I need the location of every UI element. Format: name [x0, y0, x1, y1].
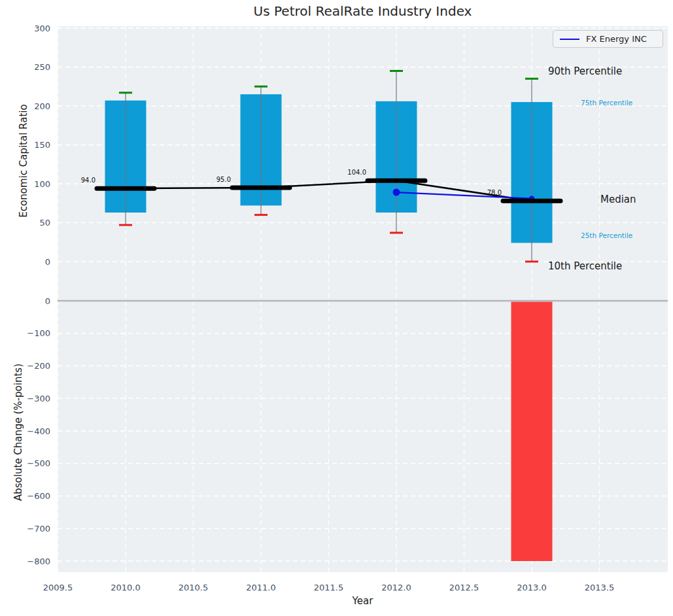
- bottom-y-tick-label: −500: [27, 458, 50, 468]
- top-y-tick-label: 50: [39, 218, 50, 228]
- bottom-y-tick-label: −200: [27, 361, 50, 371]
- x-tick-label: 2010.5: [179, 583, 209, 592]
- top-y-tick-label: 250: [34, 62, 50, 72]
- annotation-median: Median: [600, 194, 636, 205]
- annotation-25th-percentile: 25th Percentile: [581, 231, 632, 239]
- bottom-y-tick-label: −600: [27, 491, 50, 501]
- bottom-y-tick-label: −300: [27, 394, 50, 403]
- bottom-y-tick-label: −700: [27, 524, 50, 534]
- annotation-10th-percentile: 10th Percentile: [548, 260, 622, 272]
- bottom-y-axis-label: Absolute Change (%-points): [12, 334, 24, 530]
- x-tick-label: 2013.0: [517, 583, 547, 592]
- median-annotation-2013: 78.0: [487, 189, 502, 196]
- legend-label: FX Energy INC: [586, 34, 647, 44]
- bottom-y-tick-label: −800: [27, 556, 50, 566]
- x-tick-label: 2010.0: [111, 583, 141, 592]
- legend-line-sample: [560, 39, 579, 40]
- median-annotation-2012: 104.0: [347, 169, 366, 176]
- top-y-tick-label: 200: [34, 101, 50, 111]
- change-bar-2013: [511, 302, 553, 562]
- bottom-y-tick-label: −400: [27, 426, 50, 436]
- median-annotation-2011: 95.0: [216, 176, 231, 183]
- x-tick-label: 2011.0: [246, 583, 276, 592]
- x-tick-label: 2011.5: [314, 583, 344, 592]
- x-tick-label: 2009.5: [43, 583, 73, 592]
- x-tick-label: 2012.0: [381, 583, 411, 592]
- x-tick-label: 2012.5: [449, 583, 479, 592]
- figure: 94.095.0104.078.00501001502002503000−100…: [0, 0, 673, 616]
- x-axis-label: Year: [58, 595, 668, 607]
- bottom-plot-background: [58, 301, 668, 572]
- top-y-axis-label: Economic Capital Ratio: [18, 63, 29, 259]
- chart-title: Us Petrol RealRate Industry Index: [58, 3, 668, 19]
- fx-energy-point-2012: [393, 189, 400, 196]
- annotation-75th-percentile: 75th Percentile: [581, 99, 632, 107]
- median-annotation-2010: 94.0: [81, 177, 95, 184]
- chart-canvas: 94.095.0104.078.00501001502002503000−100…: [0, 0, 673, 616]
- legend: FX Energy INC: [553, 30, 663, 48]
- top-y-tick-label: 150: [34, 140, 50, 150]
- bottom-y-tick-label: −100: [27, 328, 50, 338]
- annotation-90th-percentile: 90th Percentile: [548, 65, 622, 77]
- top-y-tick-label: 300: [34, 24, 50, 33]
- x-tick-label: 2013.5: [585, 583, 615, 592]
- bottom-y-tick-label: 0: [45, 296, 50, 306]
- top-y-tick-label: 100: [34, 179, 50, 189]
- top-y-tick-label: 0: [45, 257, 50, 267]
